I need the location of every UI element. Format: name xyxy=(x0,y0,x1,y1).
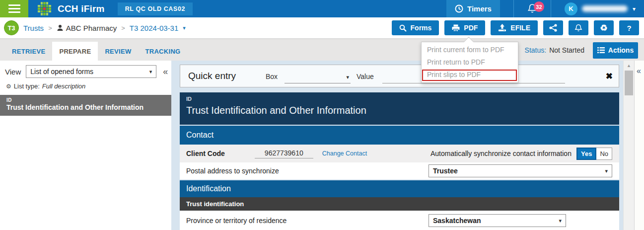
hamburger-menu-icon[interactable] xyxy=(0,0,28,17)
postal-address-row: Postal address to synchronize Trustee ▾ xyxy=(180,162,619,179)
help-button[interactable]: ? xyxy=(619,20,639,35)
view-label: View xyxy=(5,68,21,76)
brand-title: CCH iFirm xyxy=(58,3,105,14)
printer-icon xyxy=(452,24,460,32)
top-bar: CCH iFirm RL QC OLD CAS02 Timers 32 K ▾ xyxy=(0,0,644,17)
breadcrumb-toolbar-row: T3 Trusts > ABC Pharmacy > T3 2024-03-31… xyxy=(0,17,644,39)
app-window: CCH iFirm RL QC OLD CAS02 Timers 32 K ▾ … xyxy=(0,0,644,230)
breadcrumb-trusts-link[interactable]: Trusts xyxy=(23,24,44,32)
sync-yes-button[interactable]: Yes xyxy=(576,148,596,160)
return-selector-caret-down-icon[interactable]: ▾ xyxy=(183,25,186,31)
alerts-button[interactable] xyxy=(569,20,588,35)
environment-badge: RL QC OLD CAS02 xyxy=(118,2,193,15)
form-title: Trust Identification and Other Informati… xyxy=(186,105,619,116)
client-code-label: Client Code xyxy=(186,150,225,157)
postal-address-label: Postal address to synchronize xyxy=(186,167,279,175)
search-icon xyxy=(399,24,407,32)
quick-entry-title: Quick entry xyxy=(188,71,236,81)
breadcrumb: Trusts > ABC Pharmacy > T3 2024-03-31 ▾ xyxy=(23,24,186,32)
section-identification: Identification xyxy=(180,180,619,197)
tab-retrieve[interactable]: RETRIEVE xyxy=(5,42,52,61)
form-main-area: Quick entry Box ▾ Value ✖ ID Trust Ident… xyxy=(171,61,623,230)
notifications-button[interactable]: 32 xyxy=(513,0,551,17)
efile-button[interactable]: EFILE xyxy=(491,20,538,35)
quick-entry-value-label: Value xyxy=(357,73,374,80)
recycle-icon: ♻ xyxy=(600,24,607,32)
tab-tracking[interactable]: TRACKING xyxy=(139,42,188,61)
right-panel-collapsed: « xyxy=(634,61,644,230)
form-header: ID Trust Identification and Other Inform… xyxy=(180,92,619,125)
client-code-row: Client Code 9627739610 Change Contact Au… xyxy=(180,145,619,162)
close-icon[interactable]: ✖ xyxy=(606,71,613,81)
subsection-trust-identification: Trust identification xyxy=(180,197,619,211)
select-caret-down-icon: ▾ xyxy=(605,168,608,174)
breadcrumb-separator: > xyxy=(121,24,125,32)
client-code-field[interactable]: 9627739610 xyxy=(255,149,313,158)
list-type-value: Full description xyxy=(42,82,85,90)
quick-entry-bar: Quick entry Box ▾ Value ✖ xyxy=(180,65,619,87)
form-code: ID xyxy=(186,96,619,102)
share-button[interactable] xyxy=(543,20,563,35)
cch-ifirm-logo-icon xyxy=(38,2,51,15)
menu-item-print-return[interactable]: Print return to PDF xyxy=(422,56,518,69)
breadcrumb-return-link[interactable]: T3 2024-03-31 xyxy=(130,24,178,32)
status-value: Not Started xyxy=(549,46,584,54)
select-caret-down-icon: ▾ xyxy=(559,218,562,224)
select-caret-down-icon: ▾ xyxy=(346,74,351,80)
module-badge: T3 xyxy=(4,20,19,35)
province-label: Province or territory of residence xyxy=(186,217,286,225)
user-menu-chevron-down-icon[interactable]: ▾ xyxy=(633,5,636,12)
view-select[interactable]: List of opened forms ▾ xyxy=(26,65,156,78)
breadcrumb-separator: > xyxy=(48,24,52,32)
user-name-blurred xyxy=(582,5,628,12)
quick-entry-box-label: Box xyxy=(266,73,278,80)
toolbar: Forms PDF EFILE ♻ ? xyxy=(392,20,639,35)
pdf-dropdown-menu: Print current form to PDF Print return t… xyxy=(421,42,518,83)
status-label: Status: xyxy=(525,46,547,54)
sidebar-collapse-icon[interactable]: « xyxy=(163,67,168,76)
tab-review[interactable]: REVIEW xyxy=(98,42,138,61)
menu-item-print-slips[interactable]: Print slips to PDF xyxy=(422,69,518,81)
change-contact-link[interactable]: Change Contact xyxy=(322,150,367,157)
stopwatch-icon xyxy=(455,4,463,13)
actions-button[interactable]: Actions xyxy=(593,42,638,59)
person-icon xyxy=(57,24,64,31)
province-select[interactable]: Saskatchewan ▾ xyxy=(429,214,566,227)
gear-icon[interactable]: ⚙ xyxy=(6,83,11,90)
vertical-scrollbar[interactable]: ▲ xyxy=(623,61,634,230)
select-caret-down-icon: ▾ xyxy=(149,69,152,75)
forms-button[interactable]: Forms xyxy=(392,20,439,35)
list-icon xyxy=(597,47,605,53)
share-icon xyxy=(549,24,557,32)
sync-contact-label: Automatically synchronize contact inform… xyxy=(430,150,572,157)
notification-count-badge: 32 xyxy=(534,1,544,12)
section-contact: Contact xyxy=(180,126,619,145)
postal-address-select[interactable]: Trustee ▾ xyxy=(429,164,612,177)
right-panel-collapse-icon[interactable]: « xyxy=(637,67,641,76)
sync-no-button[interactable]: No xyxy=(596,148,612,160)
user-avatar[interactable]: K xyxy=(565,2,577,15)
help-icon: ? xyxy=(627,24,631,32)
tab-prepare[interactable]: PREPARE xyxy=(52,42,98,61)
timers-button[interactable]: Timers xyxy=(446,0,500,17)
scrollbar-thumb[interactable] xyxy=(625,71,633,95)
forms-sidebar: View List of opened forms ▾ « ⚙ List typ… xyxy=(0,61,171,230)
pdf-button[interactable]: PDF xyxy=(444,20,485,35)
bell-icon xyxy=(574,24,582,32)
quick-entry-box-select[interactable]: ▾ xyxy=(285,72,351,83)
upload-icon xyxy=(498,24,506,32)
breadcrumb-client: ABC Pharmacy xyxy=(57,24,117,32)
sidebar-item-trust-identification[interactable]: ID Trust Identification and Other Inform… xyxy=(0,95,171,116)
province-row: Province or territory of residence Saska… xyxy=(180,211,619,230)
tab-bar: RETRIEVE PREPARE REVIEW TRACKING Status:… xyxy=(0,39,644,61)
list-type-label: List type: xyxy=(14,82,40,90)
refresh-data-button[interactable]: ♻ xyxy=(594,20,614,35)
scroll-up-arrow-icon[interactable]: ▲ xyxy=(624,63,634,68)
